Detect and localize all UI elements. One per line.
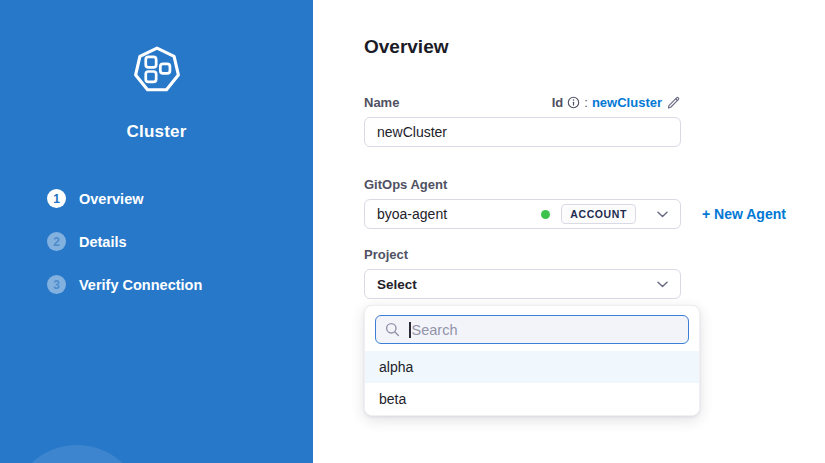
id-label: Id	[552, 95, 564, 110]
wizard-steps: 1 Overview 2 Details 3 Verify Connection	[0, 189, 313, 318]
cluster-id-link[interactable]: newCluster	[592, 95, 662, 110]
gitops-agent-label: GitOps Agent	[364, 177, 447, 192]
cluster-wizard-dialog: Cluster 1 Overview 2 Details 3 Verify Co…	[0, 0, 825, 463]
info-icon[interactable]	[567, 96, 580, 109]
project-option-alpha[interactable]: alpha	[365, 351, 699, 383]
id-separator: :	[584, 95, 588, 110]
gitops-agent-select[interactable]: byoa-agent ACCOUNT	[364, 199, 681, 229]
project-label: Project	[364, 247, 408, 262]
step-number-badge: 3	[47, 275, 66, 294]
step-number-badge: 2	[47, 232, 66, 251]
project-selected-value: Select	[377, 277, 657, 292]
decorative-circle	[11, 445, 143, 463]
wizard-sidebar: Cluster 1 Overview 2 Details 3 Verify Co…	[0, 0, 313, 463]
step-label: Overview	[79, 191, 144, 207]
project-search-input[interactable]	[411, 322, 680, 338]
edit-pencil-icon[interactable]	[666, 95, 681, 110]
project-select[interactable]: Select	[364, 269, 681, 299]
dropdown-search-box[interactable]	[375, 315, 689, 344]
step-overview[interactable]: 1 Overview	[47, 189, 313, 208]
project-options-list: alpha beta	[365, 351, 699, 415]
wizard-title: Cluster	[127, 122, 187, 142]
name-label: Name	[364, 95, 399, 110]
project-dropdown-panel: alpha beta	[364, 305, 700, 416]
chevron-down-icon	[657, 211, 668, 218]
cluster-name-input[interactable]	[364, 117, 681, 147]
cluster-id-row: Id : newCluster	[552, 95, 681, 110]
chevron-down-icon	[657, 281, 668, 288]
step-label: Verify Connection	[79, 277, 202, 293]
project-option-beta[interactable]: beta	[365, 383, 699, 415]
new-agent-link[interactable]: + New Agent	[702, 206, 786, 222]
cluster-hexagon-icon	[132, 44, 182, 98]
agent-scope-badge: ACCOUNT	[561, 204, 636, 224]
step-verify-connection[interactable]: 3 Verify Connection	[47, 275, 313, 294]
page-title: Overview	[364, 36, 825, 58]
agent-status-dot	[541, 210, 550, 219]
overview-form: Overview Name Id : newCluster	[313, 0, 825, 463]
step-number-badge: 1	[47, 189, 66, 208]
step-details[interactable]: 2 Details	[47, 232, 313, 251]
agent-name-value: byoa-agent	[377, 206, 541, 222]
search-icon	[385, 322, 400, 337]
step-label: Details	[79, 234, 127, 250]
